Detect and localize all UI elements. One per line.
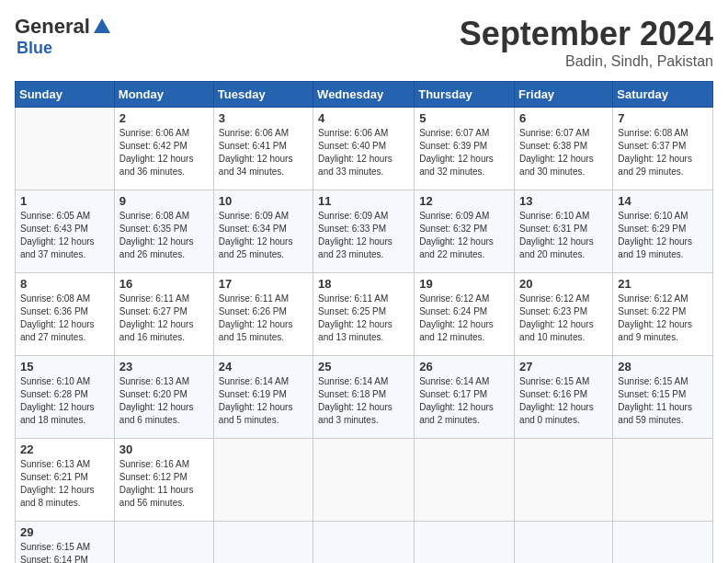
day-number: 1 xyxy=(20,194,109,208)
calendar-cell: 17Sunrise: 6:11 AMSunset: 6:26 PMDayligh… xyxy=(213,273,313,356)
day-info: Sunrise: 6:15 AMSunset: 6:14 PMDaylight:… xyxy=(20,541,109,563)
day-number: 19 xyxy=(419,277,509,291)
day-number: 10 xyxy=(219,194,308,208)
week-row-4: 15Sunrise: 6:10 AMSunset: 6:28 PMDayligh… xyxy=(16,356,713,439)
day-number: 5 xyxy=(419,111,509,125)
day-info: Sunrise: 6:13 AMSunset: 6:20 PMDaylight:… xyxy=(119,375,209,427)
calendar-cell: 24Sunrise: 6:14 AMSunset: 6:19 PMDayligh… xyxy=(213,356,313,439)
column-header-tuesday: Tuesday xyxy=(213,82,313,108)
logo-icon xyxy=(92,17,112,37)
day-info: Sunrise: 6:12 AMSunset: 6:24 PMDaylight:… xyxy=(419,293,509,344)
calendar-cell xyxy=(515,439,613,522)
day-number: 6 xyxy=(519,111,608,125)
calendar-cell: 22Sunrise: 6:13 AMSunset: 6:21 PMDayligh… xyxy=(16,439,115,522)
day-number: 11 xyxy=(318,194,409,208)
day-number: 24 xyxy=(219,360,308,373)
calendar-cell xyxy=(613,439,713,522)
day-number: 14 xyxy=(618,194,708,208)
calendar-cell: 11Sunrise: 6:09 AMSunset: 6:33 PMDayligh… xyxy=(313,190,415,273)
day-number: 12 xyxy=(419,194,509,208)
calendar-cell: 19Sunrise: 6:12 AMSunset: 6:24 PMDayligh… xyxy=(415,273,515,356)
day-info: Sunrise: 6:12 AMSunset: 6:23 PMDaylight:… xyxy=(519,293,608,344)
day-info: Sunrise: 6:16 AMSunset: 6:12 PMDaylight:… xyxy=(119,458,209,510)
calendar-cell: 27Sunrise: 6:15 AMSunset: 6:16 PMDayligh… xyxy=(515,356,613,439)
calendar-cell: 30Sunrise: 6:16 AMSunset: 6:12 PMDayligh… xyxy=(114,439,213,522)
day-number: 7 xyxy=(618,111,708,125)
column-header-monday: Monday xyxy=(114,82,213,108)
calendar-cell: 5Sunrise: 6:07 AMSunset: 6:39 PMDaylight… xyxy=(415,108,515,190)
column-header-thursday: Thursday xyxy=(415,82,515,108)
day-info: Sunrise: 6:06 AMSunset: 6:41 PMDaylight:… xyxy=(219,127,308,178)
calendar-cell: 21Sunrise: 6:12 AMSunset: 6:22 PMDayligh… xyxy=(613,273,713,356)
day-number: 4 xyxy=(318,111,409,125)
calendar-cell xyxy=(415,439,515,522)
day-info: Sunrise: 6:13 AMSunset: 6:21 PMDaylight:… xyxy=(20,458,109,510)
logo-blue-text: Blue xyxy=(17,39,52,58)
column-header-friday: Friday xyxy=(515,82,613,108)
day-info: Sunrise: 6:14 AMSunset: 6:19 PMDaylight:… xyxy=(219,375,308,427)
day-info: Sunrise: 6:11 AMSunset: 6:26 PMDaylight:… xyxy=(219,293,308,344)
day-info: Sunrise: 6:15 AMSunset: 6:16 PMDaylight:… xyxy=(519,375,608,427)
day-info: Sunrise: 6:09 AMSunset: 6:32 PMDaylight:… xyxy=(419,210,509,261)
calendar-header-row: SundayMondayTuesdayWednesdayThursdayFrid… xyxy=(16,82,713,108)
week-row-2: 1Sunrise: 6:05 AMSunset: 6:43 PMDaylight… xyxy=(16,190,713,273)
calendar-cell: 13Sunrise: 6:10 AMSunset: 6:31 PMDayligh… xyxy=(515,190,613,273)
calendar-cell: 9Sunrise: 6:08 AMSunset: 6:35 PMDaylight… xyxy=(114,190,213,273)
day-number: 20 xyxy=(519,277,608,291)
month-title: September 2024 xyxy=(460,15,713,53)
day-number: 9 xyxy=(119,194,209,208)
day-info: Sunrise: 6:14 AMSunset: 6:17 PMDaylight:… xyxy=(419,375,509,427)
calendar-cell: 28Sunrise: 6:15 AMSunset: 6:15 PMDayligh… xyxy=(613,356,713,439)
column-header-sunday: Sunday xyxy=(16,82,115,108)
day-info: Sunrise: 6:10 AMSunset: 6:29 PMDaylight:… xyxy=(618,210,708,261)
column-header-saturday: Saturday xyxy=(613,82,713,108)
day-number: 17 xyxy=(219,277,308,291)
calendar-cell: 26Sunrise: 6:14 AMSunset: 6:17 PMDayligh… xyxy=(415,356,515,439)
calendar-cell: 8Sunrise: 6:08 AMSunset: 6:36 PMDaylight… xyxy=(16,273,115,356)
day-info: Sunrise: 6:08 AMSunset: 6:37 PMDaylight:… xyxy=(618,127,708,178)
day-info: Sunrise: 6:05 AMSunset: 6:43 PMDaylight:… xyxy=(20,210,109,261)
day-info: Sunrise: 6:15 AMSunset: 6:15 PMDaylight:… xyxy=(618,375,708,427)
day-info: Sunrise: 6:14 AMSunset: 6:18 PMDaylight:… xyxy=(318,375,409,427)
day-info: Sunrise: 6:11 AMSunset: 6:25 PMDaylight:… xyxy=(318,293,409,344)
calendar-cell: 2Sunrise: 6:06 AMSunset: 6:42 PMDaylight… xyxy=(114,108,213,190)
calendar-cell xyxy=(114,522,213,564)
day-number: 28 xyxy=(618,360,708,373)
day-number: 23 xyxy=(119,360,209,373)
calendar-cell: 16Sunrise: 6:11 AMSunset: 6:27 PMDayligh… xyxy=(114,273,213,356)
day-number: 26 xyxy=(419,360,509,373)
week-row-1: 2Sunrise: 6:06 AMSunset: 6:42 PMDaylight… xyxy=(16,108,713,190)
calendar-cell: 29Sunrise: 6:15 AMSunset: 6:14 PMDayligh… xyxy=(16,522,115,564)
day-info: Sunrise: 6:10 AMSunset: 6:28 PMDaylight:… xyxy=(20,375,109,427)
calendar-cell xyxy=(415,522,515,564)
day-number: 2 xyxy=(119,111,209,125)
calendar-cell xyxy=(213,439,313,522)
calendar-cell: 3Sunrise: 6:06 AMSunset: 6:41 PMDaylight… xyxy=(213,108,313,190)
day-number: 16 xyxy=(119,277,209,291)
day-info: Sunrise: 6:07 AMSunset: 6:38 PMDaylight:… xyxy=(519,127,608,178)
week-row-5: 22Sunrise: 6:13 AMSunset: 6:21 PMDayligh… xyxy=(16,439,713,522)
title-block: September 2024 Badin, Sindh, Pakistan xyxy=(460,15,713,70)
day-info: Sunrise: 6:09 AMSunset: 6:33 PMDaylight:… xyxy=(318,210,409,261)
calendar-cell: 12Sunrise: 6:09 AMSunset: 6:32 PMDayligh… xyxy=(415,190,515,273)
day-number: 30 xyxy=(119,442,209,456)
calendar-table: SundayMondayTuesdayWednesdayThursdayFrid… xyxy=(15,81,713,563)
calendar-cell: 23Sunrise: 6:13 AMSunset: 6:20 PMDayligh… xyxy=(114,356,213,439)
day-info: Sunrise: 6:11 AMSunset: 6:27 PMDaylight:… xyxy=(119,293,209,344)
calendar-cell: 20Sunrise: 6:12 AMSunset: 6:23 PMDayligh… xyxy=(515,273,613,356)
day-info: Sunrise: 6:10 AMSunset: 6:31 PMDaylight:… xyxy=(519,210,608,261)
calendar-cell: 1Sunrise: 6:05 AMSunset: 6:43 PMDaylight… xyxy=(16,190,115,273)
day-info: Sunrise: 6:07 AMSunset: 6:39 PMDaylight:… xyxy=(419,127,509,178)
calendar-cell xyxy=(213,522,313,564)
calendar-cell: 25Sunrise: 6:14 AMSunset: 6:18 PMDayligh… xyxy=(313,356,415,439)
day-number: 27 xyxy=(519,360,608,373)
logo: General Blue xyxy=(15,15,114,58)
day-number: 29 xyxy=(20,525,109,539)
calendar-cell xyxy=(313,439,415,522)
page-header: General Blue September 2024 Badin, Sindh… xyxy=(15,15,713,70)
day-number: 15 xyxy=(20,360,109,373)
day-info: Sunrise: 6:12 AMSunset: 6:22 PMDaylight:… xyxy=(618,293,708,344)
day-number: 8 xyxy=(20,277,109,291)
day-info: Sunrise: 6:08 AMSunset: 6:36 PMDaylight:… xyxy=(20,293,109,344)
day-number: 18 xyxy=(318,277,409,291)
